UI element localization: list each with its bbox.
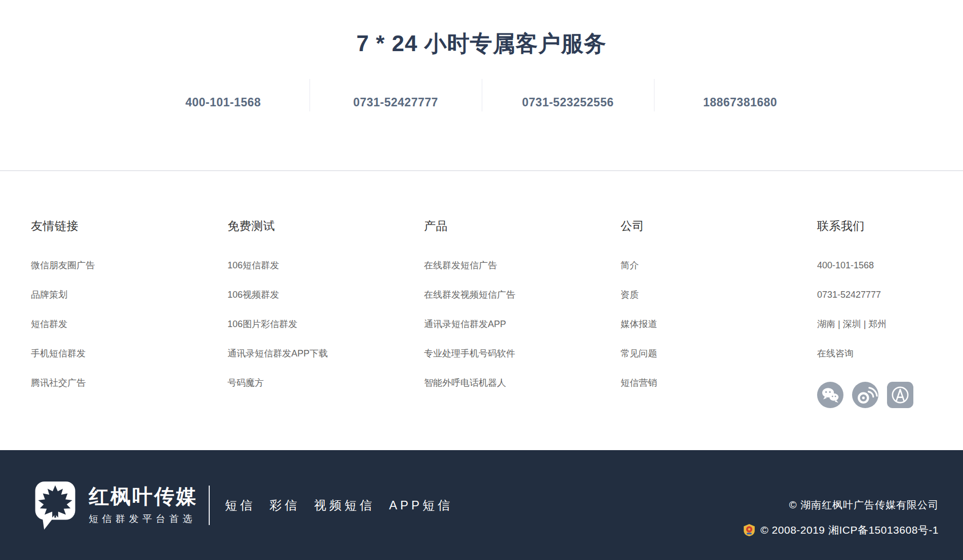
customer-service-section: 7 * 24 小时专属客户服务 400-101-15680731-5242777… [0, 0, 963, 111]
brand-tagline: 短信群发平台首选 [89, 512, 198, 526]
brand-text: 红枫叶传媒 短信群发平台首选 [89, 485, 198, 526]
footer-col-free-test: 免费测试106短信群发106视频群发106图片彩信群发通讯录短信群发APP下载号… [227, 218, 424, 408]
footer-link[interactable]: 微信朋友圈广告 [31, 260, 95, 270]
footer-link[interactable]: 媒体报道 [621, 319, 657, 329]
footer-link[interactable]: 腾讯社交广告 [31, 378, 86, 388]
footer-link-item: 常见问题 [621, 349, 817, 358]
footer-nav: 友情链接微信朋友圈广告品牌策划短信群发手机短信群发腾讯社交广告免费测试106短信… [0, 218, 963, 408]
page: 7 * 24 小时专属客户服务 400-101-15680731-5242777… [0, 0, 963, 560]
footer-link-item: 简介 [621, 261, 817, 270]
appstore-icon[interactable] [887, 382, 913, 408]
service-type-label: 短信 [225, 497, 255, 513]
footer-link-item: 湖南 | 深圳 | 郑州 [817, 319, 963, 329]
service-title: 7 * 24 小时专属客户服务 [0, 30, 963, 57]
footer-link[interactable]: 资质 [621, 290, 639, 300]
footer-col-heading: 友情链接 [31, 218, 227, 234]
footer-link-item: 400-101-1568 [817, 261, 963, 270]
social-icons [817, 382, 963, 408]
bottom-bar: 红枫叶传媒 短信群发平台首选 短信彩信视频短信APP短信 © 湖南红枫叶广告传媒… [0, 450, 963, 560]
service-phone: 0731-52427777 [310, 79, 482, 111]
footer-link-item: 智能外呼电话机器人 [424, 378, 621, 388]
footer-link-item: 短信营销 [621, 378, 817, 388]
wechat-icon[interactable] [817, 382, 843, 408]
footer-link[interactable]: 在线群发短信广告 [424, 260, 497, 270]
maple-leaf-logo-icon [34, 480, 76, 531]
footer-link[interactable]: 专业处理手机号码软件 [424, 348, 515, 358]
footer-link-item: 通讯录短信群发APP下载 [227, 349, 424, 358]
footer-link[interactable]: 湖南 | 深圳 | 郑州 [817, 319, 887, 329]
footer-link[interactable]: 106图片彩信群发 [227, 319, 297, 329]
service-phone: 18867381680 [654, 79, 826, 111]
footer-link[interactable]: 通讯录短信群发APP下载 [227, 348, 328, 358]
footer-link[interactable]: 常见问题 [621, 348, 657, 358]
vertical-divider [209, 486, 210, 525]
footer-link[interactable]: 手机短信群发 [31, 348, 86, 358]
footer-link[interactable]: 号码魔方 [227, 378, 264, 388]
footer-link[interactable]: 通讯录短信群发APP [424, 319, 506, 329]
service-phone: 0731-523252556 [482, 79, 654, 111]
footer-link-item: 106图片彩信群发 [227, 319, 424, 329]
footer-col-heading: 联系我们 [817, 218, 963, 234]
footer-link[interactable]: 短信营销 [621, 378, 657, 388]
footer-link-list: 106短信群发106视频群发106图片彩信群发通讯录短信群发APP下载号码魔方 [227, 261, 424, 388]
footer-link-item: 106视频群发 [227, 290, 424, 300]
footer-col-heading: 免费测试 [227, 218, 424, 234]
footer-link-item: 手机短信群发 [31, 349, 227, 358]
footer-col-friend-links: 友情链接微信朋友圈广告品牌策划短信群发手机短信群发腾讯社交广告 [31, 218, 227, 408]
footer-link[interactable]: 智能外呼电话机器人 [424, 378, 506, 388]
footer-col-heading: 产品 [424, 218, 621, 234]
footer-col-products: 产品在线群发短信广告在线群发视频短信广告通讯录短信群发APP专业处理手机号码软件… [424, 218, 621, 408]
footer-link-item: 在线群发短信广告 [424, 261, 621, 270]
service-types: 短信彩信视频短信APP短信 [225, 497, 453, 513]
footer-link[interactable]: 106短信群发 [227, 260, 279, 270]
footer-link-item: 在线群发视频短信广告 [424, 290, 621, 300]
footer-col-heading: 公司 [621, 218, 817, 234]
footer-link-item: 专业处理手机号码软件 [424, 349, 621, 358]
footer-link[interactable]: 106视频群发 [227, 290, 279, 300]
footer-link[interactable]: 400-101-1568 [817, 260, 874, 270]
service-phone: 400-101-1568 [137, 79, 310, 111]
footer-link-list: 简介资质媒体报道常见问题短信营销 [621, 261, 817, 388]
footer-link[interactable]: 在线咨询 [817, 348, 854, 358]
copyright-icp[interactable]: © 2008-2019 湘ICP备15013608号-1 [760, 523, 939, 537]
footer-link-item: 资质 [621, 290, 817, 300]
footer-link-item: 106短信群发 [227, 261, 424, 270]
footer-link[interactable]: 短信群发 [31, 319, 67, 329]
footer-link[interactable]: 简介 [621, 260, 639, 270]
service-type-label: APP短信 [389, 497, 453, 513]
copyright-area: © 湖南红枫叶广告传媒有限公司 © 2008-2019 湘ICP备1501360… [743, 498, 939, 537]
footer-link-item: 号码魔方 [227, 378, 424, 388]
footer-link[interactable]: 0731-52427777 [817, 290, 881, 300]
footer-link-item: 腾讯社交广告 [31, 378, 227, 388]
police-badge-icon [743, 524, 756, 537]
footer-link[interactable]: 品牌策划 [31, 290, 67, 300]
service-type-label: 视频短信 [314, 497, 375, 513]
footer-col-company: 公司简介资质媒体报道常见问题短信营销 [621, 218, 817, 408]
service-phone-list: 400-101-15680731-524277770731-5232525561… [0, 79, 963, 111]
footer-link-item: 在线咨询 [817, 349, 963, 358]
footer-link[interactable]: 在线群发视频短信广告 [424, 290, 515, 300]
footer-link-list: 在线群发短信广告在线群发视频短信广告通讯录短信群发APP专业处理手机号码软件智能… [424, 261, 621, 388]
copyright-icp-line: © 2008-2019 湘ICP备15013608号-1 [743, 523, 939, 537]
footer-link-item: 0731-52427777 [817, 290, 963, 300]
section-divider [0, 170, 963, 171]
copyright-company: © 湖南红枫叶广告传媒有限公司 [743, 498, 939, 512]
weibo-icon[interactable] [852, 382, 878, 408]
footer-link-list: 微信朋友圈广告品牌策划短信群发手机短信群发腾讯社交广告 [31, 261, 227, 388]
brand-name: 红枫叶传媒 [89, 485, 198, 507]
footer-col-contact: 联系我们400-101-15680731-52427777湖南 | 深圳 | 郑… [817, 218, 963, 408]
brand-area: 红枫叶传媒 短信群发平台首选 短信彩信视频短信APP短信 [34, 480, 453, 531]
footer-link-item: 短信群发 [31, 319, 227, 329]
footer-link-item: 通讯录短信群发APP [424, 319, 621, 329]
footer-link-list: 400-101-15680731-52427777湖南 | 深圳 | 郑州在线咨… [817, 261, 963, 358]
service-type-label: 彩信 [269, 497, 300, 513]
footer-link-item: 品牌策划 [31, 290, 227, 300]
footer-link-item: 媒体报道 [621, 319, 817, 329]
footer-link-item: 微信朋友圈广告 [31, 261, 227, 270]
